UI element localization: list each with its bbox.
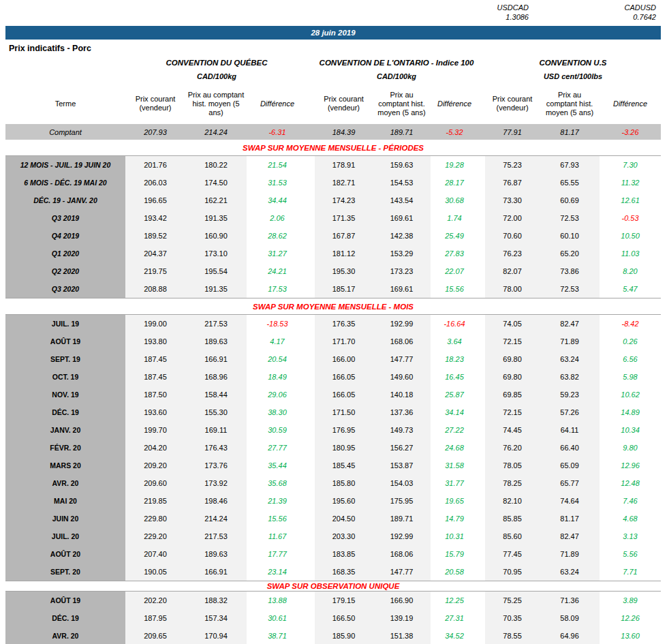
price-value: 229.80 [125,510,185,527]
prices-table: CONVENTION DU QUÉBEC CONVENTION DE L'ONT… [5,56,661,644]
difference-value: 5.47 [600,280,661,298]
terme-cell: Q2 2020 [5,262,125,280]
difference-value: 20.54 [247,350,308,368]
difference-value: 27.22 [431,421,478,439]
price-value: 166.50 [315,609,373,627]
price-value: 206.03 [125,174,185,191]
price-value: 65.55 [540,174,600,191]
fx-cadusd: CADUSD 0.7642 [625,3,656,22]
difference-value: 19.28 [431,156,478,174]
price-value: 229.20 [125,527,185,545]
group-title-us: CONVENTION U.S [485,56,661,70]
column-gap [478,191,485,209]
price-value: 214.24 [185,510,247,527]
terme-cell: Comptant [5,124,125,140]
column-gap [478,280,485,298]
price-value: 185.17 [315,280,373,298]
price-value: 219.75 [125,262,185,280]
table-row: JUIL. 20229.20217.5311.67203.30192.9910.… [5,527,661,545]
price-value: 65.77 [540,474,600,492]
difference-value: 9.80 [600,439,661,457]
table-row: 12 MOIS - JUIL. 19 JUIN 20201.76180.2221… [5,156,661,174]
terme-cell: Q3 2019 [5,209,125,227]
column-header-terme: Terme [5,83,125,124]
difference-value: 10.50 [600,227,661,245]
price-value: 81.17 [540,510,600,527]
price-value: 204.20 [125,439,185,457]
price-value: 208.88 [125,280,185,298]
column-gap [308,439,315,457]
price-value: 189.71 [373,124,431,140]
difference-value: 7.71 [600,563,661,581]
price-value: 187.50 [125,386,185,403]
section-title-row: SWAP SUR OBSERVATION UNIQUE [5,581,661,592]
price-value: 74.05 [485,315,540,333]
difference-value: 0.26 [600,333,661,350]
price-value: 190.05 [125,563,185,581]
difference-value: 21.54 [247,156,308,174]
price-value: 173.76 [185,457,247,474]
price-value: 77.45 [485,545,540,563]
table-row: AOÛT 20207.40189.6317.77183.85168.0615.7… [5,545,661,563]
fx-cadusd-label: CADUSD [625,3,656,12]
difference-value: 12.96 [600,457,661,474]
price-value: 189.63 [185,333,247,350]
difference-value: 22.07 [431,262,478,280]
price-value: 184.39 [315,124,373,140]
column-gap [308,368,315,386]
price-value: 81.17 [540,124,600,140]
table-row: DÉC. 19193.60155.3038.30171.50137.3634.1… [5,403,661,421]
price-value: 63.24 [540,350,600,368]
terme-cell: SEPT. 20 [5,563,125,581]
difference-value: 31.27 [247,245,308,262]
difference-value: 27.31 [431,609,478,627]
column-gap [308,315,315,333]
table-row: OCT. 19187.45168.9618.49166.05149.6016.4… [5,368,661,386]
price-value: 173.23 [373,262,431,280]
table-row: AVR. 20209.65170.9438.71185.90151.3834.5… [5,627,661,644]
price-value: 219.85 [125,492,185,510]
price-value: 173.92 [185,474,247,492]
column-gap [308,592,315,610]
column-gap [308,474,315,492]
price-value: 72.15 [485,403,540,421]
section-title-row: SWAP SUR MOYENNE MENSUELLE - MOIS [5,298,661,315]
price-value: 76.23 [485,245,540,262]
price-value: 142.38 [373,227,431,245]
price-value: 154.03 [373,474,431,492]
column-gap [478,403,485,421]
price-value: 168.96 [185,368,247,386]
column-gap [308,156,315,174]
difference-value: 10.34 [600,421,661,439]
price-value: 199.70 [125,421,185,439]
price-value: 73.86 [540,262,600,280]
column-gap [308,262,315,280]
difference-value: 18.23 [431,350,478,368]
table-row: JANV. 20199.70169.1130.59176.95149.7327.… [5,421,661,439]
price-value: 192.99 [373,315,431,333]
difference-value: 7.30 [600,156,661,174]
price-value: 60.69 [540,191,600,209]
price-value: 82.47 [540,527,600,545]
price-value: 169.11 [185,421,247,439]
price-value: 189.71 [373,510,431,527]
difference-value: 15.56 [431,280,478,298]
price-value: 185.45 [315,457,373,474]
price-value: 72.53 [540,280,600,298]
terme-cell: NOV. 19 [5,386,125,403]
column-header-difference: Différence [431,83,478,124]
price-value: 169.61 [373,280,431,298]
price-value: 71.36 [540,592,600,610]
terme-cell: JUIN 20 [5,510,125,527]
difference-value: 5.98 [600,368,661,386]
price-value: 168.06 [373,545,431,563]
price-value: 143.54 [373,191,431,209]
column-gap [308,492,315,510]
price-value: 65.09 [540,457,600,474]
difference-value: 13.60 [600,627,661,644]
price-value: 173.10 [185,245,247,262]
column-gap [478,315,485,333]
price-value: 82.47 [540,315,600,333]
column-gap [478,350,485,368]
price-value: 76.87 [485,174,540,191]
